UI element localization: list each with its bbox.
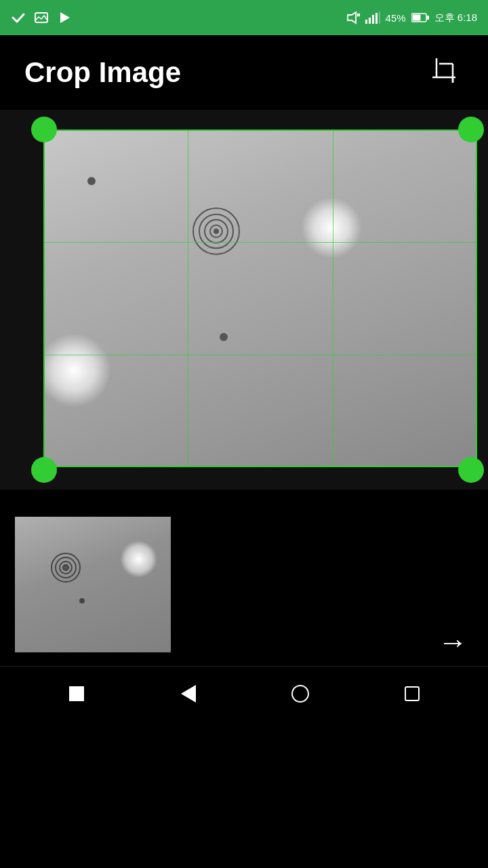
crop-image-area[interactable] — [16, 127, 472, 473]
vent-element — [189, 204, 243, 258]
bottom-nav — [0, 666, 488, 720]
svg-rect-11 — [412, 15, 420, 21]
thumb-light — [120, 540, 157, 578]
svg-rect-7 — [372, 15, 374, 24]
time-display: 오후 6:18 — [434, 12, 477, 24]
spot-1 — [87, 177, 96, 185]
mute-icon — [346, 11, 360, 24]
thumbnail-image — [15, 517, 171, 652]
crop-container — [0, 110, 488, 490]
nav-overview-button[interactable] — [395, 677, 429, 711]
svg-marker-1 — [60, 12, 70, 23]
stop-icon — [69, 686, 84, 701]
nav-stop-button[interactable] — [60, 677, 94, 711]
next-arrow-button[interactable]: → — [438, 625, 468, 659]
bottom-section: → — [0, 490, 488, 720]
svg-rect-5 — [365, 20, 367, 24]
battery-icon — [411, 13, 429, 22]
check-icon — [11, 10, 26, 25]
thumb-dot — [79, 598, 85, 604]
home-icon — [291, 685, 309, 703]
app-bar: Crop Image — [0, 35, 488, 110]
status-left-icons — [11, 10, 72, 25]
handle-top-left[interactable] — [31, 117, 57, 142]
page-title: Crop Image — [24, 56, 181, 89]
thumb-vent — [49, 551, 83, 585]
play-icon — [57, 10, 72, 25]
light-1 — [301, 197, 362, 258]
vent-center — [214, 229, 219, 234]
thumb-vent-center — [62, 564, 69, 571]
ceiling-photo — [43, 130, 477, 467]
overview-icon — [405, 686, 420, 701]
light-2 — [43, 333, 111, 408]
crop-button[interactable] — [426, 53, 464, 92]
image-icon — [34, 10, 49, 25]
svg-rect-8 — [375, 13, 378, 24]
nav-back-button[interactable] — [171, 677, 205, 711]
status-bar: 45% 오후 6:18 — [0, 0, 488, 35]
handle-bottom-right[interactable] — [458, 457, 484, 483]
nav-home-button[interactable] — [283, 677, 317, 711]
handle-bottom-left[interactable] — [31, 457, 57, 483]
svg-rect-12 — [427, 16, 429, 20]
back-icon — [181, 685, 196, 703]
battery-percent: 45% — [386, 12, 406, 24]
status-right-icons: 45% 오후 6:18 — [346, 11, 477, 24]
crop-icon — [431, 57, 458, 84]
svg-rect-6 — [369, 18, 371, 24]
handle-top-right[interactable] — [458, 117, 484, 142]
svg-rect-9 — [379, 12, 380, 24]
center-dot — [220, 333, 228, 341]
thumbnail-preview[interactable] — [15, 517, 171, 652]
svg-marker-2 — [348, 12, 356, 23]
signal-icon — [365, 12, 380, 24]
